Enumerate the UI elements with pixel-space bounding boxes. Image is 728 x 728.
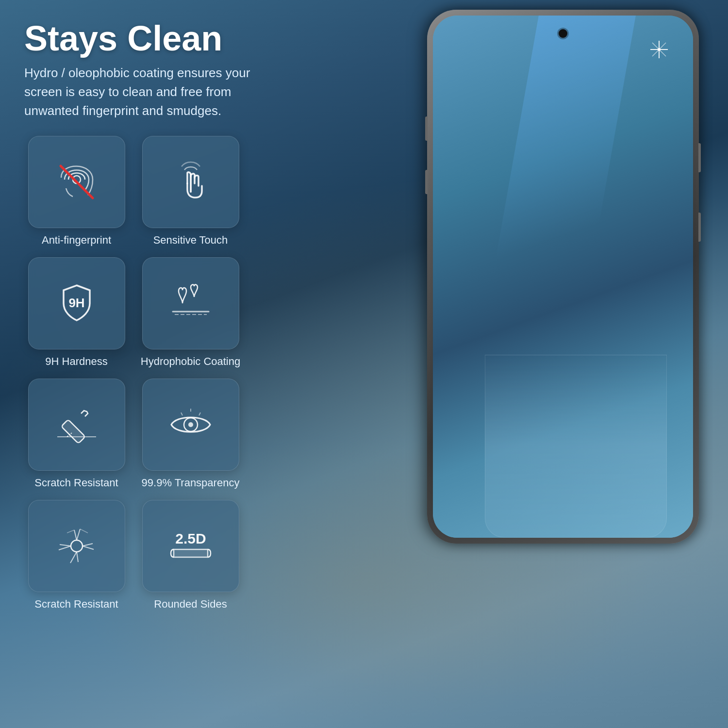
svg-rect-10 xyxy=(61,419,85,443)
page-subtitle: Hydro / oleophobic coating ensures your … xyxy=(24,64,257,120)
svg-line-26 xyxy=(67,530,74,533)
phone-volume-down-button xyxy=(425,170,428,194)
feature-hydrophobic: Hydrophobic Coating xyxy=(138,257,243,369)
svg-rect-29 xyxy=(174,549,208,557)
eye-icon xyxy=(164,398,217,451)
2-5d-icon: 2.5D xyxy=(164,519,217,573)
svg-point-34 xyxy=(658,48,661,51)
rounded-sides-icon-box: 2.5D xyxy=(142,500,239,592)
shatter-icon xyxy=(50,519,103,573)
svg-line-19 xyxy=(77,529,80,540)
phone-outer-frame xyxy=(427,10,699,544)
touch-hand-icon xyxy=(164,155,217,209)
svg-line-15 xyxy=(181,413,182,415)
shield-9h-icon: 9H xyxy=(50,277,103,330)
features-grid: Anti-fingerprint Sensitive Touch xyxy=(24,136,243,612)
phone-camera-hole xyxy=(559,29,567,38)
phone-volume-up-button xyxy=(425,116,428,141)
fingerprint-crossed-icon xyxy=(50,155,103,209)
svg-text:2.5D: 2.5D xyxy=(175,530,206,546)
pen-scratch-icon xyxy=(50,398,103,451)
phone-screen xyxy=(433,16,693,538)
feature-rounded-sides: 2.5D Rounded Sides xyxy=(138,500,243,612)
rounded-sides-label: Rounded Sides xyxy=(154,598,227,611)
feature-9h-hardness: 9H 9H Hardness xyxy=(24,257,129,369)
sensitive-touch-icon-box xyxy=(142,136,239,228)
svg-line-18 xyxy=(74,530,77,540)
9h-hardness-label: 9H Hardness xyxy=(45,355,107,368)
scratch-resistant-1-label: Scratch Resistant xyxy=(34,477,118,489)
9h-hardness-icon-box: 9H xyxy=(28,257,125,349)
screen-protector-overlay xyxy=(485,355,667,538)
feature-anti-fingerprint: Anti-fingerprint xyxy=(24,136,129,248)
phone-volume-button xyxy=(698,213,701,242)
feature-transparency: 99.9% Transparency xyxy=(138,379,243,490)
svg-point-13 xyxy=(188,422,193,427)
svg-line-16 xyxy=(199,413,200,415)
svg-point-17 xyxy=(71,540,83,552)
scratch-resistant-2-icon-box xyxy=(28,500,125,592)
svg-line-23 xyxy=(70,552,77,563)
svg-line-24 xyxy=(60,545,71,546)
phone-power-button xyxy=(698,143,701,172)
svg-line-22 xyxy=(77,552,78,562)
phone-mockup xyxy=(427,10,699,544)
hydrophobic-label: Hydrophobic Coating xyxy=(141,355,240,368)
transparency-icon-box xyxy=(142,379,239,471)
main-content: Stays Clean Hydro / oleophobic coating e… xyxy=(0,0,728,728)
scratch-resistant-2-label: Scratch Resistant xyxy=(34,598,118,611)
svg-line-20 xyxy=(83,544,93,546)
svg-line-21 xyxy=(83,546,94,549)
sparkle-icon xyxy=(649,40,669,61)
anti-fingerprint-label: Anti-fingerprint xyxy=(42,234,111,247)
hydrophobic-icon-box xyxy=(142,257,239,349)
svg-text:9H: 9H xyxy=(68,296,84,310)
feature-scratch-resistant-1: Scratch Resistant xyxy=(24,379,129,490)
feature-scratch-resistant-2: Scratch Resistant xyxy=(24,500,129,612)
svg-line-25 xyxy=(59,546,71,550)
anti-fingerprint-icon-box xyxy=(28,136,125,228)
sensitive-touch-label: Sensitive Touch xyxy=(153,234,228,247)
svg-line-27 xyxy=(80,529,88,533)
svg-line-1 xyxy=(61,166,93,198)
feature-sensitive-touch: Sensitive Touch xyxy=(138,136,243,248)
transparency-label: 99.9% Transparency xyxy=(142,477,240,489)
scratch-resistant-1-icon-box xyxy=(28,379,125,471)
water-drops-icon xyxy=(164,277,217,330)
